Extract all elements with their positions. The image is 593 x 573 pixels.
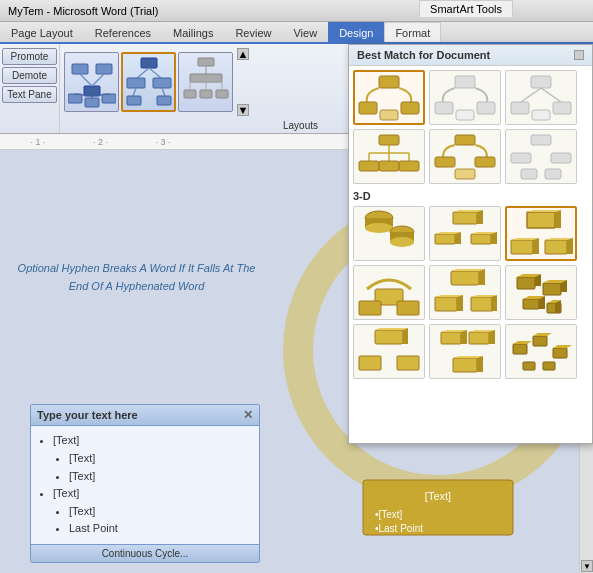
title-bar-text: MyTem - Microsoft Word (Trial) bbox=[8, 5, 158, 17]
smartart-item-12[interactable] bbox=[505, 265, 577, 320]
smartart-item-11[interactable] bbox=[429, 265, 501, 320]
text-pane-item-2: [Text] [Text] Last Point bbox=[53, 485, 249, 538]
text-pane-footer: Continuous Cycle... bbox=[31, 544, 259, 562]
smartart-item-15[interactable] bbox=[505, 324, 577, 379]
tab-format[interactable]: Format bbox=[384, 22, 441, 42]
section-3d-label: 3-D bbox=[353, 188, 588, 204]
svg-marker-70 bbox=[477, 210, 483, 224]
svg-rect-44 bbox=[379, 135, 399, 145]
smartart-item-6[interactable] bbox=[505, 129, 577, 184]
svg-rect-15 bbox=[153, 78, 171, 88]
scrollbar-down-button[interactable]: ▼ bbox=[581, 560, 593, 572]
svg-rect-77 bbox=[527, 212, 555, 228]
smartart-item-2[interactable] bbox=[429, 70, 501, 125]
svg-marker-82 bbox=[533, 238, 539, 254]
svg-line-12 bbox=[137, 68, 149, 78]
demote-button[interactable]: Demote bbox=[2, 67, 57, 84]
smartart-item-14[interactable] bbox=[429, 324, 501, 379]
smartart-item-8[interactable] bbox=[429, 206, 501, 261]
svg-rect-56 bbox=[455, 169, 475, 179]
smartart-color-panel: Best Match for Document bbox=[348, 44, 593, 444]
smartart-panel-title: Best Match for Document bbox=[357, 49, 490, 61]
scroll-up-button[interactable]: ▲ bbox=[237, 48, 249, 60]
layout-item-1[interactable] bbox=[64, 52, 119, 112]
layouts-scrollbar[interactable]: ▲ ▼ bbox=[237, 48, 249, 116]
smartart-panel-header: Best Match for Document bbox=[349, 45, 592, 66]
svg-marker-112 bbox=[403, 328, 408, 344]
tab-page-layout[interactable]: Page Layout bbox=[0, 22, 84, 42]
ribbon-area: Promote Demote Text Pane bbox=[0, 44, 593, 134]
svg-rect-1 bbox=[96, 64, 112, 74]
text-pane: Type your text here ✕ [Text] [Text] [Tex… bbox=[30, 404, 260, 563]
layout-item-3[interactable] bbox=[178, 52, 233, 112]
text-pane-header: Type your text here ✕ bbox=[31, 405, 259, 426]
ruler-marks: · 1 · · 2 · · 3 · bbox=[8, 137, 193, 147]
text-pane-list: [Text] [Text] [Text] [Text] [Text] Last … bbox=[53, 432, 249, 538]
svg-rect-24 bbox=[200, 90, 212, 98]
svg-marker-79 bbox=[555, 210, 561, 228]
smartart-panel-body[interactable]: 3-D bbox=[349, 66, 592, 443]
svg-rect-114 bbox=[397, 356, 419, 370]
svg-rect-118 bbox=[469, 332, 489, 344]
svg-rect-42 bbox=[553, 102, 571, 114]
svg-rect-126 bbox=[533, 336, 547, 346]
svg-marker-85 bbox=[567, 238, 573, 254]
svg-line-3 bbox=[80, 74, 92, 86]
smartart-row-2 bbox=[353, 129, 588, 184]
svg-rect-121 bbox=[453, 358, 477, 372]
smartart-item-10[interactable] bbox=[353, 265, 425, 320]
tab-review[interactable]: Review bbox=[224, 22, 282, 42]
smartart-item-1[interactable] bbox=[353, 70, 425, 125]
smartart-item-9[interactable] bbox=[505, 206, 577, 261]
svg-rect-55 bbox=[475, 157, 495, 167]
svg-rect-110 bbox=[375, 330, 403, 344]
svg-rect-57 bbox=[531, 135, 551, 145]
layout-item-2[interactable] bbox=[121, 52, 176, 112]
smartart-item-4[interactable] bbox=[353, 129, 425, 184]
smartart-item-7[interactable] bbox=[353, 206, 425, 261]
smartart-tools-label: SmartArt Tools bbox=[419, 0, 513, 17]
svg-rect-22 bbox=[190, 74, 222, 82]
svg-rect-124 bbox=[513, 344, 527, 354]
smartart-row-1 bbox=[353, 70, 588, 125]
svg-rect-19 bbox=[157, 96, 171, 105]
svg-rect-7 bbox=[102, 94, 116, 103]
svg-rect-33 bbox=[380, 110, 398, 120]
svg-rect-71 bbox=[435, 234, 455, 244]
smartart-panel-scrollbar-up[interactable] bbox=[574, 50, 584, 60]
svg-rect-5 bbox=[68, 94, 82, 103]
text-pane-close-button[interactable]: ✕ bbox=[243, 408, 253, 422]
svg-point-64 bbox=[365, 223, 393, 233]
svg-text:[Text]: [Text] bbox=[425, 490, 451, 502]
svg-rect-14 bbox=[127, 78, 145, 88]
text-pane-button[interactable]: Text Pane bbox=[2, 86, 57, 103]
svg-rect-52 bbox=[399, 161, 419, 171]
ruler-mark-1: · 1 · bbox=[8, 137, 68, 147]
tab-mailings[interactable]: Mailings bbox=[162, 22, 224, 42]
scroll-down-button[interactable]: ▼ bbox=[237, 104, 249, 116]
svg-marker-125 bbox=[513, 341, 532, 344]
text-pane-sub-1: [Text] bbox=[69, 450, 249, 468]
smartart-item-3[interactable] bbox=[505, 70, 577, 125]
promote-button[interactable]: Promote bbox=[2, 48, 57, 65]
doc-text-line1: Optional Hyphen Breaks A Word If It Fall… bbox=[18, 262, 256, 292]
svg-line-39 bbox=[521, 88, 541, 102]
text-pane-sub-4: Last Point bbox=[69, 520, 249, 538]
tab-design[interactable]: Design bbox=[328, 22, 384, 42]
svg-rect-23 bbox=[184, 90, 196, 98]
svg-rect-88 bbox=[397, 301, 419, 315]
tab-references[interactable]: References bbox=[84, 22, 162, 42]
smartart-row-4 bbox=[353, 265, 588, 320]
svg-text:•Last Point: •Last Point bbox=[375, 523, 423, 534]
svg-rect-51 bbox=[379, 161, 399, 171]
svg-rect-89 bbox=[451, 271, 479, 285]
svg-rect-60 bbox=[521, 169, 537, 179]
smartart-item-5[interactable] bbox=[429, 129, 501, 184]
svg-rect-101 bbox=[543, 283, 561, 295]
svg-rect-54 bbox=[435, 157, 455, 167]
smartart-item-13[interactable] bbox=[353, 324, 425, 379]
svg-rect-87 bbox=[359, 301, 381, 315]
svg-marker-97 bbox=[491, 295, 497, 311]
svg-rect-41 bbox=[511, 102, 529, 114]
tab-view[interactable]: View bbox=[282, 22, 328, 42]
